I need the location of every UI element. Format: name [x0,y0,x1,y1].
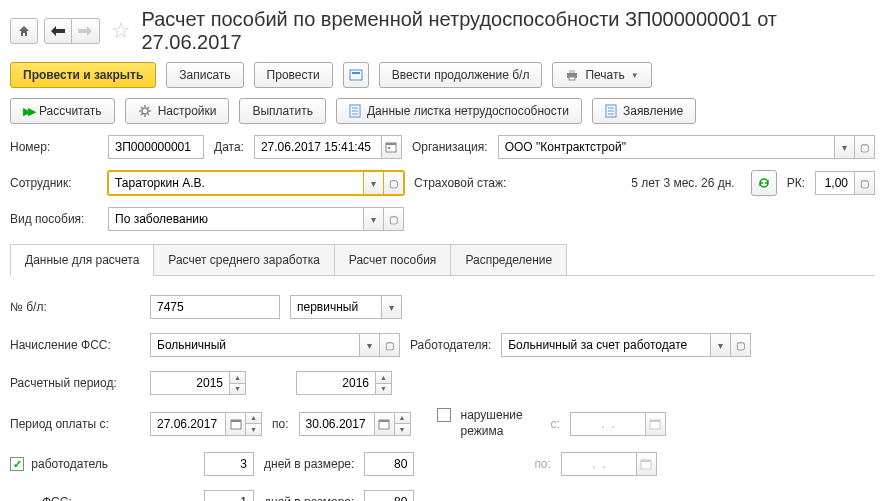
employer-accrual-label: Работодателя: [410,338,491,352]
date-field[interactable] [254,135,382,159]
gear-icon [138,104,152,118]
calc-period-label: Расчетный период: [10,376,140,390]
employer-check-wrap: ✓ работодатель [10,457,140,472]
tab-label: Расчет среднего заработка [168,253,320,267]
open-button[interactable]: ▢ [384,171,404,195]
page-title: Расчет пособий по временной нетрудоспосо… [142,8,876,54]
spinner-down-icon: ▼ [230,384,245,395]
employer-rate-field[interactable] [364,452,414,476]
violation-checkbox[interactable] [437,408,451,422]
dropdown-button[interactable]: ▾ [835,135,855,159]
tab-avg-earnings[interactable]: Расчет среднего заработка [153,244,335,275]
employer-checkbox[interactable]: ✓ [10,457,24,471]
svg-rect-15 [386,143,396,145]
fss-rate-field[interactable] [364,490,414,501]
refresh-button[interactable] [751,170,777,196]
chevron-down-icon: ▾ [718,340,723,351]
spinner-up-icon: ▲ [230,372,245,384]
sick-leave-data-button[interactable]: Данные листка нетрудоспособности [336,98,582,124]
calendar-icon [378,418,390,430]
dropdown-button[interactable]: ▾ [360,333,380,357]
open-button[interactable]: ▢ [855,171,875,195]
number-label: Номер: [10,140,98,154]
tab-calc-data[interactable]: Данные для расчета [10,244,154,276]
document-icon [605,104,617,118]
settings-button[interactable]: Настройки [125,98,230,124]
to-label: по: [272,417,289,431]
open-icon: ▢ [860,178,869,189]
fss-accrual-field[interactable] [150,333,360,357]
tab-label: Данные для расчета [25,253,139,267]
svg-rect-0 [350,70,362,80]
calc-year-to-field[interactable] [296,371,376,395]
payment-to-field[interactable] [299,412,375,436]
favorite-star-icon[interactable]: ☆ [110,20,132,42]
mode-button[interactable] [343,62,369,88]
calc-year-from-field[interactable] [150,371,230,395]
spinner[interactable]: ▲▼ [376,371,392,395]
sick-leave-number-field[interactable] [150,295,280,319]
svg-rect-3 [569,70,575,73]
open-button[interactable]: ▢ [731,333,751,357]
dropdown-arrow-icon: ▼ [631,71,639,80]
open-button[interactable]: ▢ [855,135,875,159]
svg-rect-18 [231,420,241,422]
tab-distribution[interactable]: Распределение [450,244,567,275]
save-button[interactable]: Записать [166,62,243,88]
calculate-button[interactable]: ▶▶ Рассчитать [10,98,115,124]
document-icon [349,104,361,118]
open-button[interactable]: ▢ [384,207,404,231]
application-button[interactable]: Заявление [592,98,696,124]
open-icon: ▢ [385,340,394,351]
dropdown-button[interactable]: ▾ [364,171,384,195]
calendar-button [637,452,657,476]
fss-label: ФСС: [10,495,140,501]
print-icon [565,68,579,82]
print-button[interactable]: Печать ▼ [552,62,651,88]
forward-button[interactable] [72,18,100,44]
rk-field[interactable] [815,171,855,195]
employer-accrual-field[interactable] [501,333,711,357]
home-button[interactable] [10,18,38,44]
sick-leave-data-label: Данные листка нетрудоспособности [367,104,569,118]
post-button[interactable]: Провести [254,62,333,88]
post-and-close-label: Провести и закрыть [23,68,143,82]
calendar-button[interactable] [382,135,402,159]
svg-rect-24 [641,460,651,462]
fss-days-field[interactable] [204,490,254,501]
dropdown-button[interactable]: ▾ [711,333,731,357]
back-button[interactable] [44,18,72,44]
chevron-down-icon: ▾ [842,142,847,153]
payment-from-field[interactable] [150,412,226,436]
benefit-type-field[interactable] [108,207,364,231]
spinner[interactable]: ▲▼ [395,412,411,436]
open-button[interactable]: ▢ [380,333,400,357]
open-icon: ▢ [736,340,745,351]
settings-label: Настройки [158,104,217,118]
svg-rect-22 [650,420,660,422]
spinner[interactable]: ▲▼ [230,371,246,395]
violation-from-field [570,412,646,436]
tab-benefit-calc[interactable]: Расчет пособия [334,244,452,275]
spinner-up-icon: ▲ [395,413,410,425]
home-icon [17,24,31,38]
calendar-button[interactable] [226,412,246,436]
calendar-button [646,412,666,436]
refresh-icon [757,176,771,190]
calendar-button[interactable] [375,412,395,436]
employer-days-field[interactable] [204,452,254,476]
spinner[interactable]: ▲▼ [246,412,262,436]
enter-continuation-button[interactable]: Ввести продолжение б/л [379,62,543,88]
chevron-down-icon: ▾ [367,340,372,351]
employee-field[interactable] [108,171,364,195]
organization-field[interactable] [498,135,835,159]
post-and-close-button[interactable]: Провести и закрыть [10,62,156,88]
dropdown-button[interactable]: ▾ [382,295,402,319]
sick-leave-type-field[interactable] [290,295,382,319]
arrow-right-icon [78,26,92,36]
pay-label: Выплатить [252,104,313,118]
tab-label: Расчет пособия [349,253,437,267]
pay-button[interactable]: Выплатить [239,98,326,124]
number-field[interactable] [108,135,204,159]
dropdown-button[interactable]: ▾ [364,207,384,231]
